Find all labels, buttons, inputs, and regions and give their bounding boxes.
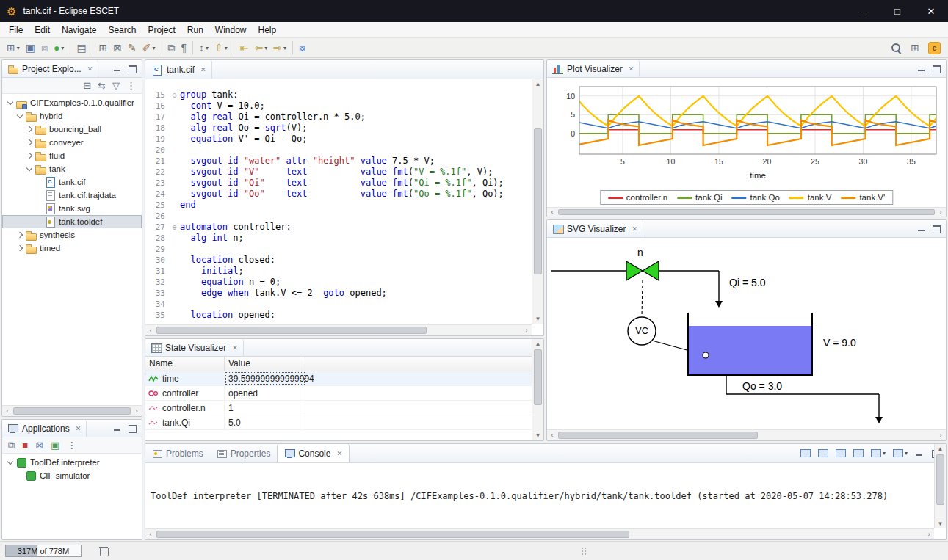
state-row-time[interactable]: time39.599999999999994 xyxy=(145,371,532,386)
code-line[interactable]: equation V' = Qi - Qo; xyxy=(180,134,307,145)
scroll-lock-icon[interactable] xyxy=(818,449,828,457)
menu-item-project[interactable]: Project xyxy=(142,23,181,37)
scroll-up-icon[interactable]: ▲ xyxy=(532,339,543,349)
scrollbar-thumb[interactable] xyxy=(534,349,542,405)
menu-item-window[interactable]: Window xyxy=(209,23,253,37)
maximize-icon[interactable] xyxy=(128,65,137,73)
menu-item-edit[interactable]: Edit xyxy=(29,23,56,37)
tree-item-bouncing-ball[interactable]: bouncing_ball xyxy=(2,123,142,136)
annotations-icon[interactable]: ⇧▾ xyxy=(212,40,230,56)
dropdown-arrow-icon[interactable]: ▾ xyxy=(283,45,286,51)
vertical-scrollbar[interactable]: ▲ ▼ xyxy=(934,444,946,528)
code-line[interactable]: equation n = 0; xyxy=(180,277,281,288)
view-menu-icon[interactable]: ⋮ xyxy=(67,440,76,450)
filter-icon[interactable]: ▽ xyxy=(112,81,120,90)
scroll-down-icon[interactable]: ▼ xyxy=(532,314,543,324)
clear-console-icon[interactable] xyxy=(800,449,811,457)
code-line[interactable]: group tank: xyxy=(180,90,238,101)
scroll-up-icon[interactable]: ▲ xyxy=(532,79,543,89)
horizontal-scrollbar[interactable]: ‹ › xyxy=(145,528,934,539)
word-wrap-icon[interactable] xyxy=(836,449,846,457)
minimize-icon[interactable] xyxy=(113,424,122,432)
code-line[interactable]: svgout id "V" text value fmt("V = %.1f",… xyxy=(180,167,493,178)
scroll-right-icon[interactable]: › xyxy=(936,430,946,440)
code-line[interactable]: end xyxy=(180,200,196,211)
code-line[interactable]: location closed: xyxy=(180,255,275,266)
console-output[interactable]: ToolDef interpreter [TERMINATED after 42… xyxy=(145,463,934,528)
tab-applications[interactable]: Applications ✕ xyxy=(2,420,87,437)
code-line[interactable]: initial; xyxy=(180,266,244,277)
close-icon[interactable]: ✕ xyxy=(87,65,93,73)
close-icon[interactable]: ✕ xyxy=(629,65,634,73)
view-menu-icon[interactable]: ⋮ xyxy=(126,81,136,90)
check-cif-icon[interactable]: ●▾ xyxy=(51,40,66,56)
state-value[interactable]: 5.0 xyxy=(225,415,305,429)
paint-icon[interactable]: ✐▾ xyxy=(140,40,158,56)
scroll-down-icon[interactable]: ▼ xyxy=(532,431,543,440)
menu-item-search[interactable]: Search xyxy=(102,23,142,37)
scroll-down-icon[interactable]: ▼ xyxy=(935,519,946,528)
escet-perspective-icon[interactable]: e xyxy=(928,42,941,54)
save-icon[interactable]: ▣ xyxy=(23,40,37,56)
tree-item-cif-simulator[interactable]: CIF simulator xyxy=(2,469,142,482)
code-editor[interactable]: 15⊖group tank:16 cont V = 10.0;17 alg re… xyxy=(145,79,543,335)
code-line[interactable]: edge when tank.V <= 2 goto opened; xyxy=(180,288,387,299)
terminate-all-icon[interactable]: ■ xyxy=(22,440,28,450)
tree-expander-icon[interactable] xyxy=(15,230,25,240)
minimize-icon[interactable] xyxy=(113,65,122,73)
maximize-icon[interactable] xyxy=(932,65,941,73)
sort-icon[interactable]: ↕▾ xyxy=(197,40,211,56)
horizontal-scrollbar[interactable]: ‹ › xyxy=(145,324,532,335)
pin-console-icon[interactable] xyxy=(853,449,864,457)
tab-editor-tank-cif[interactable]: tank.cif ✕ xyxy=(145,60,212,79)
tree-item-synthesis[interactable]: synthesis xyxy=(2,228,142,241)
menu-item-navigate[interactable]: Navigate xyxy=(56,23,102,37)
tab-console[interactable]: Console✕ xyxy=(277,444,350,462)
run-garbage-collector-icon[interactable] xyxy=(99,545,108,556)
open-console-icon[interactable]: ▾ xyxy=(893,449,908,457)
state-row-tank.Qi[interactable]: tank.Qi5.0 xyxy=(145,415,532,430)
window-minimize-icon[interactable]: – xyxy=(847,0,880,22)
window-maximize-icon[interactable]: □ xyxy=(880,0,914,22)
link-with-editor-icon[interactable]: ⇆ xyxy=(98,81,106,90)
tree-expander-icon[interactable] xyxy=(24,124,35,134)
code-line[interactable]: location opened: xyxy=(180,310,275,321)
fold-collapse-icon[interactable]: ⊖ xyxy=(169,222,180,233)
state-row-controller[interactable]: controlleropened xyxy=(145,386,532,401)
menu-item-run[interactable]: Run xyxy=(181,23,209,37)
state-value[interactable]: opened xyxy=(225,386,305,400)
tree-item-tank-cif-trajdata[interactable]: tank.cif.trajdata xyxy=(2,189,142,202)
tab-project-explorer[interactable]: Project Explo... ✕ xyxy=(2,60,98,77)
tab-problems[interactable]: Problems xyxy=(145,444,210,462)
dropdown-arrow-icon[interactable]: ▾ xyxy=(206,45,209,51)
menu-item-file[interactable]: File xyxy=(3,23,29,37)
tree-expander-icon[interactable] xyxy=(15,243,25,253)
maximize-icon[interactable] xyxy=(932,225,941,233)
close-icon[interactable]: ✕ xyxy=(336,450,342,457)
dropdown-arrow-icon[interactable]: ▾ xyxy=(17,45,20,51)
scroll-up-icon[interactable]: ▲ xyxy=(935,444,946,454)
scrollbar-thumb[interactable] xyxy=(558,432,758,439)
minimize-icon[interactable] xyxy=(915,449,924,457)
heap-status-widget[interactable]: 317M of 778M xyxy=(5,545,82,557)
close-icon[interactable]: ✕ xyxy=(200,66,206,73)
collapse-all-icon[interactable]: ⊟ xyxy=(83,81,91,90)
remove-terminated-icon[interactable]: ⊠ xyxy=(35,440,43,450)
close-icon[interactable]: ✕ xyxy=(232,344,238,352)
scrollbar-thumb[interactable] xyxy=(534,128,542,275)
tree-item-tank-svg[interactable]: tank.svg xyxy=(2,202,142,215)
close-icon[interactable]: ✕ xyxy=(76,425,82,432)
copy-icon[interactable]: ⧉ xyxy=(166,40,178,56)
prev-edit-icon[interactable]: ⇤ xyxy=(238,40,251,56)
scroll-left-icon[interactable]: ‹ xyxy=(547,208,557,217)
code-area[interactable]: 15⊖group tank:16 cont V = 10.0;17 alg re… xyxy=(145,79,532,324)
tree-expander-icon[interactable] xyxy=(24,150,35,161)
fold-collapse-icon[interactable]: ⊖ xyxy=(169,90,180,101)
scroll-right-icon[interactable]: › xyxy=(924,529,934,539)
scrollbar-thumb[interactable] xyxy=(936,454,944,505)
tree-item-tank[interactable]: tank xyxy=(2,162,142,175)
forward-icon[interactable]: ⇨▾ xyxy=(271,40,289,56)
open-perspective-icon[interactable]: ⊞ xyxy=(911,43,919,53)
add-icon[interactable]: ⊞ xyxy=(97,40,110,56)
scrollbar-thumb[interactable] xyxy=(558,209,935,215)
